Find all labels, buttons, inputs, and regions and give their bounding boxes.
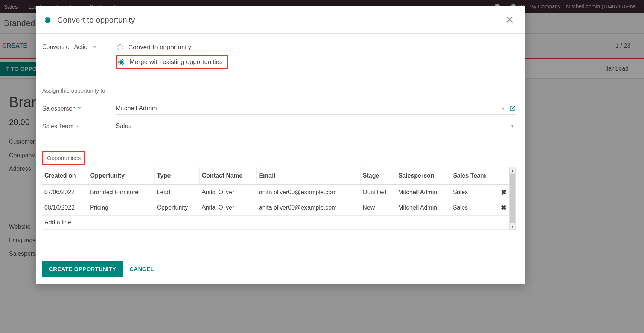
convert-to-opportunity-dialog: Convert to opportunity ✕ Conversion Acti… [36, 6, 525, 284]
opportunities-section-title: Opportunities [42, 151, 85, 165]
chevron-down-icon[interactable]: ▾ [500, 106, 507, 111]
create-opportunity-button[interactable]: CREATE OPPORTUNITY [42, 261, 123, 277]
salesperson-label: Salesperson? [42, 105, 116, 112]
conversion-action-label: Conversion Action? [42, 41, 116, 50]
svg-line-0 [512, 106, 515, 109]
dialog-body: Conversion Action? Convert to opportunit… [36, 34, 525, 254]
salesteam-value: Sales [116, 122, 132, 130]
assign-section-title: Assign this opportunity to [42, 84, 516, 97]
col-salesperson[interactable]: Salesperson [396, 167, 451, 185]
radio-merge-existing[interactable]: Merge with existing opportunities [116, 55, 228, 69]
bug-icon [44, 16, 52, 24]
col-sales-team[interactable]: Sales Team [451, 167, 498, 185]
remove-row-icon[interactable]: ✖ [498, 185, 509, 200]
col-contact-name[interactable]: Contact Name [199, 167, 257, 185]
add-line-row: Add a line [42, 216, 509, 230]
salesperson-field[interactable]: Mitchell Admin ▾ [116, 102, 516, 115]
close-icon[interactable]: ✕ [502, 12, 517, 28]
table-header-row: Created on Opportunity Type Contact Name… [42, 167, 509, 185]
table-row[interactable]: 07/06/2022 Branded Furniture Lead Anital… [42, 185, 509, 200]
table-row[interactable]: 08/16/2022 Pricing Opportunity Anital Ol… [42, 200, 509, 216]
radio-convert-input[interactable] [117, 44, 123, 50]
radio-convert-to-opportunity[interactable]: Convert to opportunity [116, 41, 516, 53]
salesteam-label: Sales Team? [42, 123, 116, 130]
radio-merge-input[interactable] [118, 59, 124, 65]
col-stage[interactable]: Stage [360, 167, 396, 185]
col-created-on[interactable]: Created on [42, 167, 88, 185]
salesteam-field[interactable]: Sales ▾ [116, 120, 516, 132]
col-email[interactable]: Email [257, 167, 360, 185]
chevron-down-icon[interactable]: ▾ [509, 123, 516, 129]
cancel-button[interactable]: CANCEL [123, 261, 160, 277]
opportunities-table: Created on Opportunity Type Contact Name… [42, 167, 516, 230]
radio-convert-label: Convert to opportunity [128, 44, 191, 51]
dialog-footer: CREATE OPPORTUNITY CANCEL [36, 254, 525, 284]
col-opportunity[interactable]: Opportunity [88, 167, 155, 185]
salesperson-value: Mitchell Admin [116, 105, 157, 112]
remove-row-icon[interactable]: ✖ [498, 200, 509, 216]
dialog-title: Convert to opportunity [57, 15, 135, 24]
external-link-icon[interactable] [510, 105, 516, 111]
add-a-line[interactable]: Add a line [42, 216, 509, 230]
col-remove [498, 167, 509, 185]
table-scrollbar[interactable]: ▴ ▾ [509, 167, 516, 230]
dialog-header: Convert to opportunity ✕ [36, 6, 525, 34]
radio-merge-label: Merge with existing opportunities [129, 58, 223, 66]
col-type[interactable]: Type [155, 167, 199, 185]
